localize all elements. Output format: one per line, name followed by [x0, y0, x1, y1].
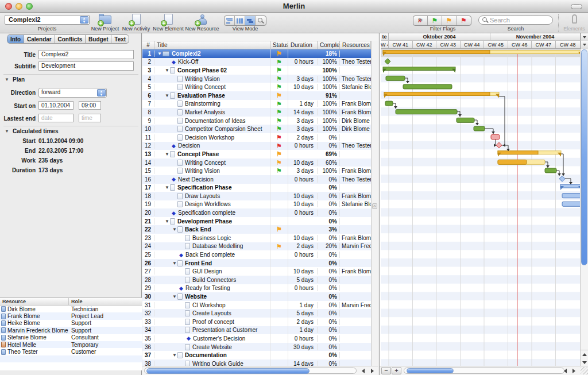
disclosure-triangle-icon[interactable]: ▼ [172, 294, 177, 299]
task-row-12[interactable]: 12◆Decision⚑0 hours0%Theo Tester [142, 142, 371, 150]
filter-red-flag-button[interactable]: ⚑ [457, 16, 471, 25]
task-row-34[interactable]: 34Presentation at Customer1 day0% [142, 326, 371, 335]
task-row-33[interactable]: 33Proof of concept2 days0% [142, 318, 371, 326]
gantt-chart[interactable] [381, 49, 581, 366]
resource-row[interactable]: Marvin Frederick BlomeSupport [0, 327, 142, 334]
task-row-16[interactable]: 16◆Next Decision0 hours0%Theo Tester [142, 175, 371, 184]
task-row-11[interactable]: 11Decision Workshop⚑2 days0% [142, 133, 371, 142]
role-column-header[interactable]: Role [69, 298, 142, 305]
new-resource-button[interactable]: + [194, 14, 211, 25]
disclosure-triangle-icon[interactable]: ▼ [164, 219, 170, 224]
task-row-36[interactable]: 36Create Website30 days0% [142, 343, 371, 351]
task-row-2[interactable]: 2◆Kick-Off⚑0 hours100%Theo Tester [142, 58, 371, 67]
disclosure-triangle-icon[interactable]: ▼ [164, 185, 170, 190]
lastest-end-date-field[interactable]: date [38, 114, 74, 122]
week-cell[interactable]: CW 48 [556, 41, 581, 48]
disclosure-triangle-icon[interactable]: ▼ [157, 51, 163, 56]
gantt-horizontal-scrollbar[interactable] [404, 368, 564, 374]
week-cell[interactable]: CW 46 [508, 41, 532, 48]
week-cell[interactable]: CW 43 [436, 41, 461, 48]
gantt-week-dropdown-button[interactable] [581, 41, 588, 49]
task-row-26[interactable]: 26▼Front End0% [142, 259, 371, 268]
view-gantt-button[interactable] [245, 16, 256, 25]
week-cell[interactable]: CW 44 [461, 41, 485, 48]
toolbar-toggle-button[interactable] [571, 4, 582, 9]
table-vertical-scrollbar[interactable]: ^ [371, 41, 378, 366]
task-row-24[interactable]: 24Database Modelling⚑2 days20%Marvin Fre… [142, 242, 371, 251]
task-row-32[interactable]: 32Create Layouts5 days0% [142, 309, 371, 318]
task-row-8[interactable]: 8Market Analysis⚑14 days100%Frank Blome [142, 108, 371, 117]
column-header-complet[interactable]: Complet [318, 41, 340, 49]
task-row-14[interactable]: 14Writing Concept⚑10 days60% [142, 158, 371, 167]
task-row-5[interactable]: 5Writing Concept⚑10 days100%Stefanie Blo… [142, 83, 371, 91]
task-row-15[interactable]: 15Writing Vision⚑3 days100%Frank Blome [142, 167, 371, 175]
filter-green-flag-button[interactable]: ⚑ [428, 16, 442, 25]
gantt-header-dropdown-button[interactable] [581, 33, 588, 41]
task-row-20[interactable]: 20◆Specification complete0 hours0% [142, 208, 371, 217]
week-cell[interactable]: W 40 [381, 41, 389, 48]
task-row-27[interactable]: 27GUI Design10 days0%Frank Blome [142, 267, 371, 276]
project-selector[interactable]: Complexi2 ▲▼ [5, 15, 90, 25]
column-header-status[interactable]: Status [270, 41, 288, 49]
task-row-29[interactable]: 29◆Ready for Testing0 hours0% [142, 284, 371, 293]
scroll-up-button[interactable] [581, 350, 588, 358]
new-element-button[interactable]: + [160, 14, 177, 25]
task-row-31[interactable]: 31CI Workshop1 day0%Marvin Freder [142, 301, 371, 310]
vscroll-thumb[interactable] [581, 49, 587, 265]
task-row-9[interactable]: 9Documentation of Ideas⚑3 days100%Dirk B… [142, 117, 371, 125]
resource-row[interactable]: Frank BlomeProject Lead [0, 312, 142, 319]
resource-row[interactable]: Dirk BlomeTechnician [0, 306, 142, 312]
view-outline-button[interactable] [225, 16, 235, 25]
task-row-22[interactable]: 22▼Back End⚑3% [142, 225, 371, 234]
task-row-3[interactable]: 3▼Concept Phase 02⚑100% [142, 66, 371, 75]
task-row-7[interactable]: 7Brainstorming⚑1 day100%Frank Blome; [142, 100, 371, 109]
view-search-button[interactable] [256, 16, 266, 25]
column-header-resources[interactable]: Resources [340, 41, 371, 49]
tab-conflicts[interactable]: Conflicts [55, 35, 86, 43]
gantt-hscroll-thumb[interactable] [407, 368, 454, 373]
task-row-37[interactable]: 37▼Documentation0% [142, 351, 371, 359]
task-row-30[interactable]: 30▼Website0% [142, 292, 371, 301]
lastest-end-time-field[interactable]: time [79, 114, 101, 122]
task-row-18[interactable]: 18Draw Layouts10 days0%Frank Blome [142, 192, 371, 200]
disclosure-triangle-icon[interactable]: ▼ [172, 353, 177, 358]
filter-no-flag-button[interactable]: ⚑ [413, 16, 428, 25]
task-row-38[interactable]: 38Writing Quick Guide14 days0% [142, 359, 371, 366]
column-header-num[interactable]: # [142, 41, 154, 49]
disclosure-triangle-icon[interactable]: ▼ [172, 227, 177, 232]
view-columns-button[interactable] [235, 16, 245, 25]
scroll-down-button[interactable] [581, 358, 588, 366]
search-input[interactable]: Search [478, 16, 553, 25]
hscroll-thumb[interactable] [146, 368, 310, 374]
resize-grip[interactable] [581, 367, 588, 374]
scroll-right-button[interactable] [368, 368, 377, 374]
new-activity-button[interactable]: + [127, 14, 145, 25]
week-cell[interactable]: CW 42 [413, 41, 437, 48]
title-field[interactable]: Complexi2 [38, 50, 134, 59]
new-project-button[interactable]: + [96, 14, 114, 25]
gantt-vertical-scrollbar[interactable] [580, 49, 588, 366]
title-bar[interactable]: Merlin [0, 0, 588, 13]
disclosure-triangle-icon[interactable]: ▼ [164, 152, 170, 157]
week-cell[interactable]: CW 45 [484, 41, 508, 48]
scroll-left-button[interactable] [358, 368, 368, 374]
task-row-6[interactable]: 6▼Evaluation Phase⚑91% [142, 91, 371, 100]
task-row-21[interactable]: 21▼Development Phase0% [142, 217, 371, 226]
tab-text[interactable]: Text [111, 35, 129, 43]
column-header-title[interactable]: Title [154, 41, 270, 49]
disclosure-triangle-icon[interactable]: ▼ [164, 93, 170, 98]
disclosure-triangle-icon[interactable]: ▼ [172, 261, 177, 266]
column-header-duration[interactable]: Duration [288, 41, 318, 49]
week-cell[interactable]: CW 41 [389, 41, 413, 48]
task-row-23[interactable]: 23Business Logic10 days0%Frank Blome [142, 234, 371, 242]
scrollbar-grip-icon[interactable]: ^ [372, 203, 377, 209]
task-row-10[interactable]: 10Competitor Comparsion Sheet⚑3 days100%… [142, 125, 371, 133]
direction-popup[interactable]: forward ▲▼ [38, 88, 107, 98]
task-row-28[interactable]: 28Build Connectors5 days0% [142, 276, 371, 284]
zoom-out-button[interactable]: − [381, 367, 391, 374]
task-row-1[interactable]: 1▼Complexi2⚑18% [142, 49, 371, 58]
task-row-19[interactable]: 19Design Workflows10 days0%Stefanie Blom [142, 200, 371, 209]
week-cell[interactable]: CW 47 [532, 41, 556, 48]
filter-orange-flag-button[interactable]: ⚑ [442, 16, 457, 25]
resource-row[interactable]: Stefanie BlomeConsultant [0, 334, 142, 341]
